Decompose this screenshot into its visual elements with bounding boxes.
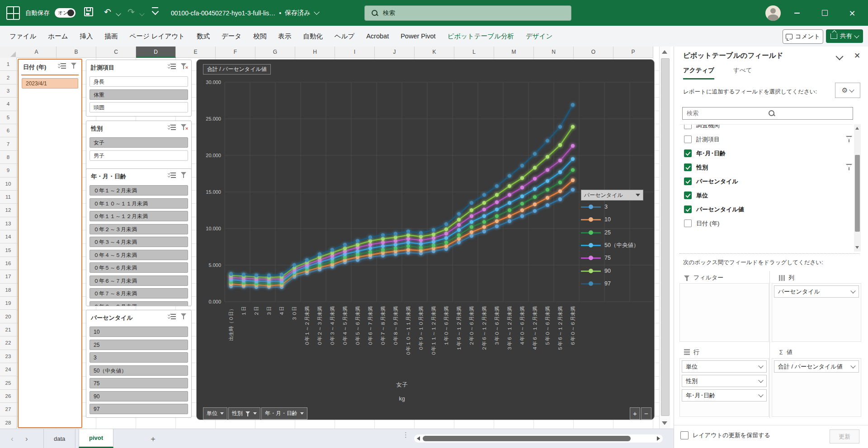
chart-title-field-button[interactable]: 合計 / パーセンタイル値	[203, 64, 271, 75]
slicer-item[interactable]: 90	[90, 391, 188, 401]
multi-select-icon[interactable]	[168, 63, 176, 70]
slicer-item[interactable]: 頭囲	[90, 102, 188, 112]
list-scroll-up-icon[interactable]	[855, 127, 859, 130]
ribbon-tab[interactable]: 挿入	[74, 32, 99, 41]
slicer-date[interactable]: 日付 (年)2023/4/1	[18, 59, 82, 428]
values-drop-area[interactable]: 合計 / パーセンタイル値	[772, 358, 861, 417]
scroll-up-icon[interactable]	[662, 50, 667, 54]
scroll-right-icon[interactable]	[657, 436, 660, 441]
maximize-button[interactable]	[814, 0, 835, 26]
legend-item[interactable]: 75	[581, 252, 652, 264]
ribbon-tab[interactable]: デザイン	[520, 32, 558, 41]
checked-checkbox-icon[interactable]	[684, 149, 692, 157]
unchecked-checkbox-icon[interactable]	[684, 135, 692, 143]
slicer-item[interactable]: ０年７～８月未満	[90, 288, 188, 299]
select-all-corner[interactable]	[0, 47, 17, 58]
row-header[interactable]: 5	[0, 111, 17, 124]
legend-item[interactable]: 97	[581, 277, 652, 290]
clear-filter-icon[interactable]	[180, 172, 188, 178]
avatar[interactable]	[765, 5, 781, 21]
column-header[interactable]: A	[17, 47, 57, 58]
row-header[interactable]: 11	[0, 191, 17, 204]
unchecked-checkbox-icon[interactable]	[684, 219, 692, 227]
column-header[interactable]: M	[494, 47, 534, 58]
clear-filter-icon[interactable]: ✕	[180, 124, 188, 131]
slicer-item[interactable]: 10	[90, 327, 188, 337]
prev-sheet-icon[interactable]: ‹	[11, 434, 14, 443]
list-scroll-down-icon[interactable]	[855, 246, 859, 249]
row-header[interactable]: 26	[0, 390, 17, 403]
row-header[interactable]: 25	[0, 376, 17, 389]
pane-collapse-icon[interactable]	[836, 53, 844, 61]
legend-item[interactable]: 3	[581, 201, 652, 213]
save-icon[interactable]	[84, 7, 95, 18]
slicer-item[interactable]: 3	[90, 352, 188, 363]
column-header[interactable]: D	[136, 47, 176, 58]
chart-field-button[interactable]: 性別	[228, 407, 260, 420]
ribbon-tab[interactable]: 数式	[191, 32, 216, 41]
vertical-scroll-thumb[interactable]	[661, 58, 670, 416]
tools-button[interactable]: ⚙	[835, 83, 860, 98]
field-list-item[interactable]: 性別	[679, 160, 852, 174]
slicer-item[interactable]: 97	[90, 404, 188, 414]
column-header[interactable]: E	[176, 47, 216, 58]
next-sheet-icon[interactable]: ›	[25, 434, 28, 443]
multi-select-icon[interactable]	[168, 172, 176, 178]
clear-filter-icon[interactable]	[71, 62, 78, 69]
column-header[interactable]: I	[335, 47, 375, 58]
field-list-item[interactable]: 調査機関	[679, 124, 852, 132]
row-header[interactable]: 2	[0, 71, 17, 84]
ribbon-tab[interactable]: 描画	[99, 32, 124, 41]
row-header[interactable]: 6	[0, 124, 17, 137]
unchecked-checkbox-icon[interactable]	[684, 124, 692, 129]
sheet-tab-pivot[interactable]: pivot	[79, 429, 113, 448]
legend-item[interactable]: 50（中央値）	[581, 239, 652, 252]
sheet-tab-data[interactable]: data	[43, 429, 75, 448]
ribbon-tab[interactable]: データ	[216, 32, 247, 41]
multi-select-icon[interactable]	[58, 63, 66, 69]
slicer-item[interactable]: ０年１～２月未満	[90, 185, 188, 196]
ribbon-tab[interactable]: ファイル	[4, 32, 42, 41]
field-list-item[interactable]: 日付 (年)	[679, 216, 852, 230]
row-header[interactable]: 17	[0, 270, 17, 283]
scroll-down-icon[interactable]	[662, 421, 667, 425]
column-header[interactable]: G	[255, 47, 295, 58]
row-header[interactable]: 8	[0, 151, 17, 164]
field-list-scrollbar[interactable]	[854, 124, 861, 252]
collapse-field-button[interactable]: −	[641, 407, 651, 420]
row-header[interactable]: 4	[0, 98, 17, 111]
row-header[interactable]: 28	[0, 416, 17, 429]
search-input[interactable]: 検索	[364, 5, 571, 21]
slicer-item[interactable]: ０年３～４月未満	[90, 237, 188, 247]
slicer-nenrei[interactable]: 年・月・日齢０年１～２月未満０年１０～１１月未満０年１１～１２月未満０年２～３月…	[86, 168, 192, 306]
field-list-item[interactable]: 単位	[679, 188, 852, 202]
slicer-item[interactable]: ０年１１～１２月未満	[90, 211, 188, 221]
slicer-item[interactable]: 女子	[90, 137, 188, 148]
row-header[interactable]: 24	[0, 363, 17, 376]
row-header[interactable]: 19	[0, 297, 17, 310]
expand-field-button[interactable]: +	[630, 407, 640, 420]
column-header[interactable]: P	[613, 47, 653, 58]
vertical-scrollbar[interactable]	[659, 47, 670, 429]
chart-field-button[interactable]: 単位	[203, 407, 227, 420]
slicer-item[interactable]: 2023/4/1	[22, 78, 78, 89]
tab-splitter-icon[interactable]: ⋮	[402, 433, 409, 437]
row-header[interactable]: 22	[0, 336, 17, 350]
row-header[interactable]: 1	[0, 58, 17, 71]
column-header[interactable]: O	[574, 47, 613, 58]
slicer-item[interactable]: ０年８～９月未満	[90, 301, 188, 307]
slicer-item[interactable]: 体重	[90, 89, 188, 100]
area-field-chip[interactable]: 単位	[682, 360, 767, 373]
checked-checkbox-icon[interactable]	[684, 177, 692, 185]
add-sheet-button[interactable]: ＋	[149, 434, 157, 444]
column-header[interactable]: B	[57, 47, 96, 58]
row-header[interactable]: 15	[0, 243, 17, 257]
row-header[interactable]: 21	[0, 323, 17, 336]
checked-checkbox-icon[interactable]	[684, 191, 692, 199]
column-header[interactable]: H	[295, 47, 335, 58]
column-header[interactable]: C	[96, 47, 136, 58]
column-header[interactable]: L	[454, 47, 494, 58]
slicer-item[interactable]: ０年１０～１１月未満	[90, 198, 188, 209]
multi-select-icon[interactable]	[168, 124, 176, 131]
pane-close-icon[interactable]: ✕	[854, 51, 860, 61]
